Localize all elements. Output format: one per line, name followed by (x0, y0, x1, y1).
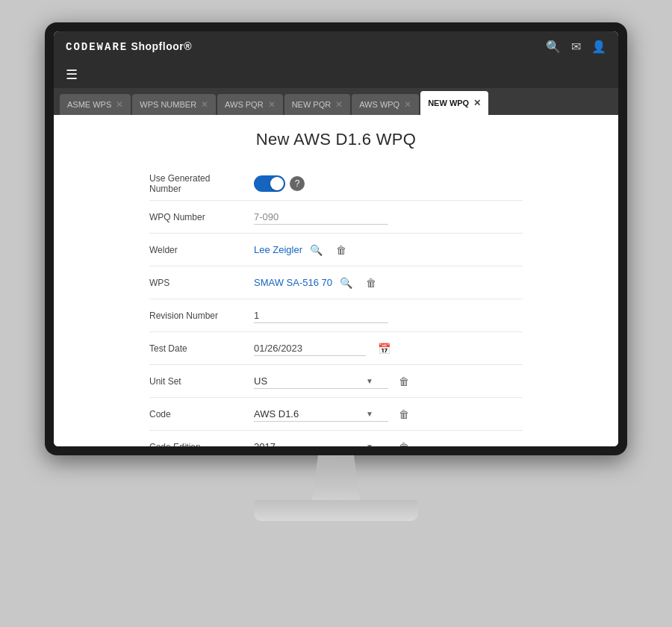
tabs-row: ASME WPS ✕ WPS NUMBER ✕ AWS PQR ✕ NEW PQ… (54, 88, 618, 115)
tab-wps-number[interactable]: WPS NUMBER ✕ (132, 94, 216, 115)
welder-delete-button[interactable]: 🗑 (333, 243, 349, 258)
wpq-number-input[interactable] (254, 210, 388, 225)
monitor-base (254, 500, 418, 521)
wps-link[interactable]: SMAW SA-516 70 (254, 277, 332, 288)
logo-text-bold: CODEWARE (66, 41, 128, 53)
label-wpq-number: WPQ Number (149, 212, 254, 222)
label-welder: Welder (149, 245, 254, 255)
code-edition-select[interactable]: 2017 2015 2010 (254, 440, 366, 447)
welder-search-button[interactable]: 🔍 (307, 243, 326, 258)
tab-close-icon[interactable]: ✕ (335, 100, 343, 109)
test-date-value: 📅 (254, 341, 523, 356)
tab-close-icon[interactable]: ✕ (404, 100, 411, 109)
monitor-neck (306, 455, 366, 500)
hamburger-menu[interactable]: ☰ (60, 63, 84, 86)
select-arrow-icon: ▼ (366, 443, 373, 447)
unit-set-value: US SI ▼ 🗑 (254, 374, 523, 389)
revision-value (254, 308, 523, 323)
welder-value: Lee Zeigler 🔍 🗑 (254, 243, 523, 258)
help-icon[interactable]: ? (290, 176, 305, 191)
tab-aws-pqr[interactable]: AWS PQR ✕ (217, 94, 283, 115)
label-unit-set: Unit Set (149, 376, 254, 387)
label-use-generated: Use GeneratedNumber (149, 173, 254, 194)
form-row-toggle: Use GeneratedNumber ? (149, 167, 523, 201)
tab-aws-wpq[interactable]: AWS WPQ ✕ (352, 94, 419, 115)
tab-label: AWS PQR (225, 100, 264, 109)
code-select[interactable]: AWS D1.6 ASME IX AWS D1.1 (254, 407, 366, 421)
unit-set-delete-button[interactable]: 🗑 (396, 374, 412, 389)
label-code-edition: Code Edition (149, 442, 254, 447)
wps-value: SMAW SA-516 70 🔍 🗑 (254, 275, 523, 290)
test-date-input[interactable] (254, 341, 366, 356)
code-edition-select-wrapper: 2017 2015 2010 ▼ (254, 440, 388, 447)
tab-close-icon[interactable]: ✕ (268, 100, 276, 109)
tab-new-pqr[interactable]: NEW PQR ✕ (284, 94, 351, 115)
use-generated-toggle[interactable] (254, 175, 285, 192)
revision-number-input[interactable] (254, 308, 388, 323)
select-arrow-icon: ▼ (366, 410, 373, 418)
wpq-number-value (254, 210, 523, 225)
unit-set-select[interactable]: US SI (254, 374, 366, 388)
tab-label: NEW WPQ (428, 99, 469, 107)
form-row-unit-set: Unit Set US SI ▼ 🗑 (149, 365, 523, 398)
form-row-welder: Welder Lee Zeigler 🔍 🗑 (149, 234, 523, 266)
unit-set-select-wrapper: US SI ▼ (254, 374, 388, 389)
code-edition-delete-button[interactable]: 🗑 (396, 440, 412, 447)
form-row-code: Code AWS D1.6 ASME IX AWS D1.1 ▼ 🗑 (149, 398, 523, 431)
code-edition-value: 2017 2015 2010 ▼ 🗑 (254, 440, 523, 447)
tab-label: NEW PQR (292, 100, 332, 109)
nav-bar: ☰ (54, 61, 618, 88)
wps-delete-button[interactable]: 🗑 (363, 275, 379, 290)
select-arrow-icon: ▼ (366, 377, 373, 385)
form-row-code-edition: Code Edition 2017 2015 2010 ▼ 🗑 (149, 431, 523, 446)
form: Use GeneratedNumber ? WPQ Number (149, 167, 523, 446)
tab-asme-wps[interactable]: ASME WPS ✕ (60, 94, 131, 115)
user-icon[interactable]: 👤 (591, 40, 606, 54)
tab-label: WPS NUMBER (140, 100, 196, 109)
code-delete-button[interactable]: 🗑 (396, 407, 412, 422)
toggle-knob (270, 177, 284, 190)
tab-close-icon[interactable]: ✕ (116, 100, 123, 109)
wps-search-button[interactable]: 🔍 (337, 275, 355, 290)
tab-close-icon[interactable]: ✕ (201, 100, 208, 109)
search-icon[interactable]: 🔍 (546, 40, 561, 54)
top-bar-icons: 🔍 ✉ 👤 (546, 40, 606, 54)
logo-text-light: Shopfloor® (128, 40, 192, 52)
form-row-wps: WPS SMAW SA-516 70 🔍 🗑 (149, 266, 523, 299)
label-revision: Revision Number (149, 311, 254, 321)
toggle-value: ? (254, 175, 523, 192)
content-area: New AWS D1.6 WPQ Use GeneratedNumber ? (54, 115, 618, 446)
calendar-button[interactable]: 📅 (375, 341, 393, 356)
label-code: Code (149, 409, 254, 419)
welder-link[interactable]: Lee Zeigler (254, 244, 302, 255)
code-value: AWS D1.6 ASME IX AWS D1.1 ▼ 🗑 (254, 407, 523, 422)
form-row-wpq-number: WPQ Number (149, 201, 523, 234)
form-row-revision: Revision Number (149, 299, 523, 332)
tab-label: ASME WPS (67, 100, 111, 109)
app-logo: CODEWARE Shopfloor® (66, 40, 192, 53)
label-wps: WPS (149, 278, 254, 288)
form-row-test-date: Test Date 📅 (149, 332, 523, 365)
tab-close-icon[interactable]: ✕ (473, 99, 481, 107)
tab-new-wpq[interactable]: NEW WPQ ✕ (420, 91, 488, 115)
code-select-wrapper: AWS D1.6 ASME IX AWS D1.1 ▼ (254, 407, 388, 422)
mail-icon[interactable]: ✉ (571, 40, 581, 54)
top-bar: CODEWARE Shopfloor® 🔍 ✉ 👤 (54, 31, 618, 61)
page-title: New AWS D1.6 WPQ (84, 130, 588, 149)
tab-label: AWS WPQ (359, 100, 399, 109)
label-test-date: Test Date (149, 343, 254, 354)
